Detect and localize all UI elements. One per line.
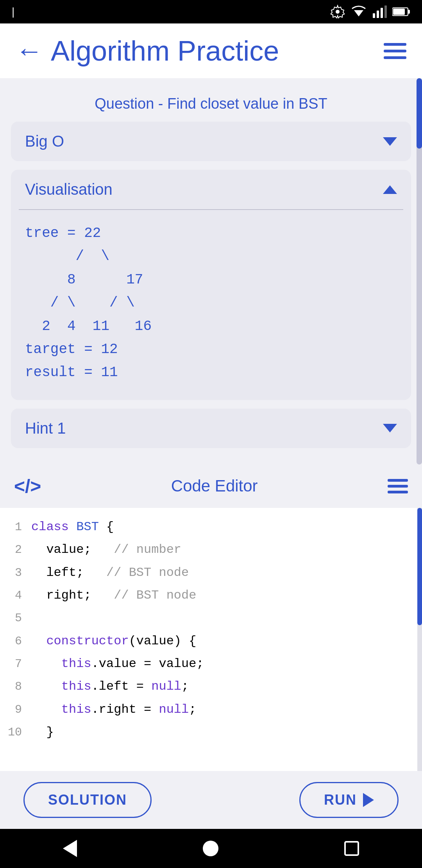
battery-icon <box>392 6 410 17</box>
code-area[interactable]: 1 class BST { 2 value; // number 3 left;… <box>0 508 422 771</box>
nav-home-button[interactable] <box>203 841 218 856</box>
nav-recents-icon <box>344 841 359 856</box>
svg-rect-7 <box>393 9 405 15</box>
svg-point-0 <box>336 10 340 14</box>
svg-rect-3 <box>377 11 379 18</box>
hint1-card: Hint 1 <box>11 409 411 448</box>
code-brackets-icon: </> <box>14 475 41 497</box>
hint1-header[interactable]: Hint 1 <box>11 409 411 448</box>
visualisation-chevron-up-icon <box>383 185 397 194</box>
question-title: Question - Find closet value in BST <box>11 86 411 122</box>
wifi-icon <box>350 5 367 18</box>
table-row: 2 value; // number <box>0 538 422 561</box>
status-bar: | <box>0 0 422 23</box>
svg-rect-8 <box>408 10 410 14</box>
nav-back-icon <box>63 840 77 857</box>
svg-rect-5 <box>384 5 387 18</box>
bottom-buttons: SOLUTION RUN <box>0 771 422 829</box>
menu-button[interactable] <box>384 43 406 59</box>
big-o-label: Big O <box>25 133 64 150</box>
nav-recents-button[interactable] <box>344 841 359 856</box>
code-editor-title: Code Editor <box>41 477 388 495</box>
nav-back-button[interactable] <box>63 840 77 857</box>
table-row: 4 right; // BST node <box>0 584 422 607</box>
table-row: 7 this.value = value; <box>0 653 422 675</box>
code-menu-line-1 <box>388 479 408 482</box>
code-editor-menu-button[interactable] <box>388 479 408 493</box>
status-pipe: | <box>12 5 14 18</box>
table-row: 9 this.right = null; <box>0 698 422 721</box>
page-title: Algorithm Practice <box>51 35 384 67</box>
status-right-icons <box>331 5 410 19</box>
question-scrollbar-thumb <box>417 78 422 149</box>
visualisation-card: Visualisation tree = 22 / \ 8 17 / \ / \… <box>11 170 411 400</box>
run-button[interactable]: RUN <box>299 782 399 818</box>
hint1-label: Hint 1 <box>25 420 66 437</box>
signal-icon <box>373 5 387 18</box>
hint1-chevron-down-icon <box>383 424 397 432</box>
app-header: ← Algorithm Practice <box>0 23 422 78</box>
code-editor-header: </> Code Editor <box>0 464 422 508</box>
table-row: 10 } <box>0 721 422 744</box>
code-scrollbar-thumb <box>417 508 422 625</box>
run-label: RUN <box>324 792 357 808</box>
svg-marker-1 <box>354 10 363 16</box>
big-o-header[interactable]: Big O <box>11 122 411 161</box>
nav-home-icon <box>203 841 218 856</box>
menu-line-2 <box>384 50 406 52</box>
solution-label: SOLUTION <box>48 792 127 808</box>
code-menu-line-2 <box>388 485 408 488</box>
nav-bar <box>0 829 422 868</box>
visualisation-label: Visualisation <box>25 181 113 198</box>
svg-rect-2 <box>373 13 375 18</box>
visualisation-header[interactable]: Visualisation <box>11 170 411 209</box>
big-o-chevron-down-icon <box>383 137 397 146</box>
code-lines: 1 class BST { 2 value; // number 3 left;… <box>0 508 422 752</box>
back-button[interactable]: ← <box>16 37 43 65</box>
code-editor-section: </> Code Editor 1 class BST { 2 value; /… <box>0 464 422 771</box>
solution-button[interactable]: SOLUTION <box>23 782 152 818</box>
menu-line-1 <box>384 43 406 46</box>
visualisation-content: tree = 22 / \ 8 17 / \ / \ 2 4 11 16 tar… <box>11 210 411 400</box>
big-o-card: Big O <box>11 122 411 161</box>
menu-line-3 <box>384 56 406 59</box>
question-panel: Question - Find closet value in BST Big … <box>0 78 422 464</box>
table-row: 5 <box>0 607 422 629</box>
table-row: 3 left; // BST node <box>0 561 422 584</box>
table-row: 6 constructor(value) { <box>0 630 422 653</box>
code-scrollbar <box>417 508 422 771</box>
svg-rect-4 <box>381 8 383 18</box>
table-row: 8 this.left = null; <box>0 675 422 698</box>
code-menu-line-3 <box>388 491 408 493</box>
question-scrollbar <box>417 78 422 464</box>
settings-icon <box>331 5 345 19</box>
table-row: 1 class BST { <box>0 516 422 538</box>
play-icon <box>363 793 374 807</box>
